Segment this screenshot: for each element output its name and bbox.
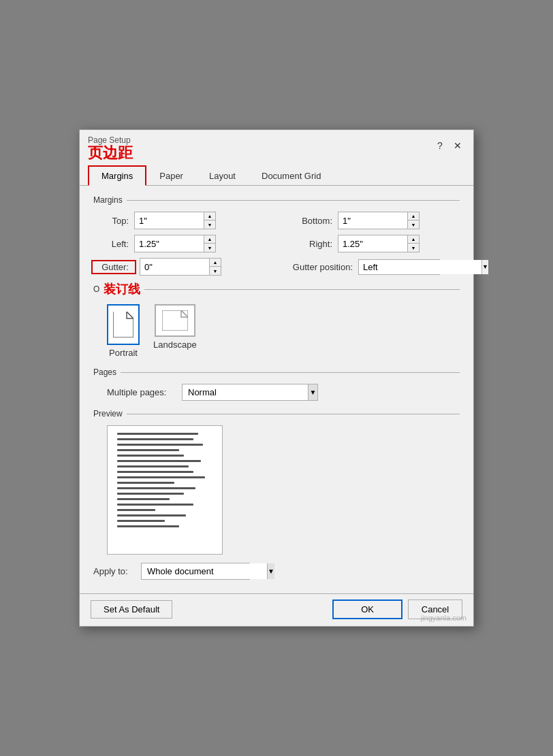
help-button[interactable]: ?: [432, 138, 447, 153]
gutter-row: Gutter: ▲ ▼ Gutter position: ▼: [93, 258, 460, 276]
set-as-default-button[interactable]: Set As Default: [91, 600, 172, 619]
apply-to-label: Apply to:: [93, 566, 141, 576]
portrait-icon: [107, 304, 140, 345]
dialog-title: Page Setup: [88, 135, 133, 145]
title-bar: Page Setup 页边距 ? ✕: [80, 130, 473, 164]
gutter-label: Gutter:: [93, 262, 134, 272]
top-bottom-row: Top: ▲ ▼ Bottom: ▲ ▼: [93, 212, 460, 229]
gutter-position-field-group: Gutter position: ▼: [276, 259, 460, 275]
left-right-row: Left: ▲ ▼ Right: ▲ ▼: [93, 235, 460, 252]
margins-section-label: Margins: [93, 195, 127, 205]
gutter-position-label: Gutter position:: [276, 262, 358, 272]
left-decrement-btn[interactable]: ▼: [204, 244, 215, 252]
multiple-pages-dropdown-btn[interactable]: ▼: [308, 384, 317, 400]
top-decrement-btn[interactable]: ▼: [204, 220, 215, 229]
title-left: Page Setup 页边距: [88, 135, 133, 161]
orientation-chinese-label: 装订线: [104, 281, 140, 297]
preview-line-17: [117, 520, 165, 522]
top-spinner: ▲ ▼: [134, 212, 216, 229]
orientation-section-label: O: [93, 284, 104, 294]
apply-to-row: Apply to: ▼: [93, 563, 460, 587]
pages-divider-line: [121, 372, 460, 373]
dialog-title-chinese: 页边距: [88, 145, 133, 161]
gutter-input[interactable]: [140, 259, 209, 275]
landscape-icon: [155, 304, 195, 337]
right-increment-btn[interactable]: ▲: [408, 235, 419, 244]
landscape-option[interactable]: Landscape: [153, 304, 197, 358]
gutter-position-dropdown-btn[interactable]: ▼: [481, 260, 488, 274]
gutter-decrement-btn[interactable]: ▼: [210, 267, 221, 275]
bottom-label: Bottom:: [276, 216, 338, 226]
gutter-increment-btn[interactable]: ▲: [210, 259, 221, 267]
preview-line-2: [117, 438, 193, 440]
right-spinner-btns: ▲ ▼: [407, 235, 419, 252]
pages-section-label: Pages: [93, 367, 121, 377]
right-spinner: ▲ ▼: [338, 235, 420, 252]
preview-line-4: [117, 449, 179, 451]
multiple-pages-dropdown: ▼: [182, 384, 318, 401]
orientation-section: O 装订线 Portrait: [93, 281, 460, 358]
footer-right-buttons: OK Cancel: [332, 599, 462, 619]
apply-to-dropdown-btn[interactable]: ▼: [267, 563, 274, 579]
preview-line-18: [117, 525, 179, 527]
tab-margins[interactable]: Margins: [88, 165, 146, 186]
tab-document-grid[interactable]: Document Grid: [249, 165, 334, 186]
preview-section-label: Preview: [93, 409, 127, 418]
top-label: Top:: [93, 216, 134, 226]
right-field-group: Right: ▲ ▼: [276, 235, 460, 252]
right-label: Right:: [276, 239, 338, 249]
preview-box: [107, 425, 223, 555]
bottom-increment-btn[interactable]: ▲: [408, 212, 419, 220]
pages-section-header: Pages: [93, 367, 460, 377]
preview-section: Preview: [93, 409, 460, 555]
preview-line-15: [117, 509, 155, 511]
gutter-field-group: Gutter: ▲ ▼: [93, 258, 276, 276]
gutter-position-select: ▼: [358, 259, 440, 275]
bottom-spinner: ▲ ▼: [338, 212, 420, 229]
apply-to-input[interactable]: [142, 563, 267, 579]
portrait-option[interactable]: Portrait: [107, 304, 140, 358]
dialog-content: Margins Top: ▲ ▼ Bottom:: [80, 186, 473, 593]
bottom-spinner-btns: ▲ ▼: [407, 212, 419, 229]
portrait-label: Portrait: [109, 348, 138, 358]
preview-line-6: [117, 460, 201, 462]
margins-section-header: Margins: [93, 195, 460, 205]
left-label: Left:: [93, 239, 134, 249]
preview-line-14: [117, 504, 193, 506]
top-spinner-btns: ▲ ▼: [204, 212, 215, 229]
close-button[interactable]: ✕: [450, 138, 465, 153]
pages-section: Pages Multiple pages: ▼: [93, 367, 460, 401]
preview-divider-line: [127, 414, 460, 414]
multiple-pages-input[interactable]: [183, 384, 308, 400]
gutter-position-input[interactable]: [359, 260, 481, 274]
bottom-decrement-btn[interactable]: ▼: [408, 220, 419, 229]
left-increment-btn[interactable]: ▲: [204, 235, 215, 244]
tab-layout[interactable]: Layout: [196, 165, 249, 186]
preview-line-16: [117, 514, 186, 516]
left-input[interactable]: [135, 235, 204, 252]
tab-paper[interactable]: Paper: [146, 165, 196, 186]
multiple-pages-label: Multiple pages:: [107, 387, 182, 397]
preview-line-9: [117, 476, 205, 478]
orientation-divider-line: [144, 289, 460, 290]
preview-line-8: [117, 471, 193, 473]
left-field-group: Left: ▲ ▼: [93, 235, 276, 252]
bottom-input[interactable]: [338, 212, 407, 229]
preview-line-11: [117, 487, 195, 489]
top-input[interactable]: [135, 212, 204, 229]
preview-line-3: [117, 444, 203, 446]
page-setup-dialog: Page Setup 页边距 ? ✕ Margins Paper Layout …: [79, 129, 474, 627]
orientation-options: Portrait Landscape: [93, 304, 460, 358]
ok-button[interactable]: OK: [332, 599, 402, 619]
top-field-group: Top: ▲ ▼: [93, 212, 276, 229]
dialog-footer: Set As Default OK Cancel: [80, 593, 473, 626]
preview-line-13: [117, 498, 170, 500]
left-spinner-btns: ▲ ▼: [204, 235, 215, 252]
right-input[interactable]: [338, 235, 407, 252]
top-increment-btn[interactable]: ▲: [204, 212, 215, 220]
cancel-button[interactable]: Cancel: [408, 599, 462, 619]
right-decrement-btn[interactable]: ▼: [408, 244, 419, 252]
preview-line-7: [117, 465, 189, 467]
tab-bar: Margins Paper Layout Document Grid: [80, 165, 473, 186]
landscape-label: Landscape: [153, 340, 197, 350]
